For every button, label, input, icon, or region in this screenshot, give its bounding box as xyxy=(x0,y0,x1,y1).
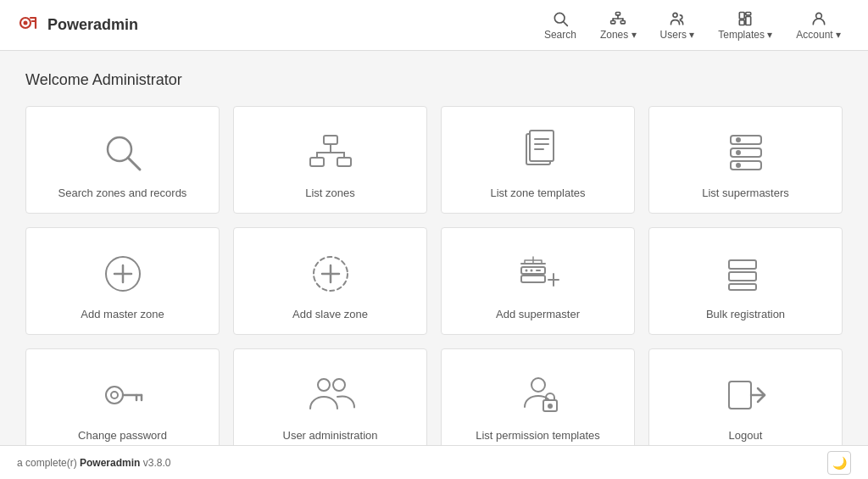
svg-point-16 xyxy=(815,13,821,19)
svg-rect-13 xyxy=(740,19,745,25)
card-list-zones[interactable]: List zones xyxy=(233,106,427,214)
page-title: Welcome Administrator xyxy=(25,71,843,89)
card-change-password[interactable]: Change password xyxy=(25,348,220,456)
nav-menu: Search Zones ▾ Users ▾ xyxy=(534,5,851,46)
svg-line-18 xyxy=(128,158,140,170)
svg-rect-21 xyxy=(337,158,351,166)
svg-point-55 xyxy=(111,392,118,398)
card-list-zone-templates-label: List zone templates xyxy=(490,187,585,199)
card-change-password-icon-wrap xyxy=(97,370,148,421)
card-user-admin-icon-wrap xyxy=(305,370,356,421)
svg-rect-48 xyxy=(521,276,545,282)
brand: Poweradmin xyxy=(17,11,138,40)
nav-zones[interactable]: Zones ▾ xyxy=(590,5,647,46)
card-add-slave-zone-icon-wrap xyxy=(305,248,356,299)
nav-zones-label: Zones ▾ xyxy=(600,29,637,41)
card-user-admin[interactable]: User administration xyxy=(233,348,427,456)
brand-icon xyxy=(17,11,41,40)
card-user-admin-label: User administration xyxy=(283,429,378,442)
card-list-supermasters[interactable]: List supermasters xyxy=(648,106,843,214)
card-search-zones-label: Search zones and records xyxy=(58,187,187,199)
nav-account[interactable]: Account ▾ xyxy=(786,5,851,46)
card-add-slave-zone[interactable]: Add slave zone xyxy=(233,227,427,335)
card-add-master-zone[interactable]: Add master zone xyxy=(25,227,220,335)
nav-users-label: Users ▾ xyxy=(660,29,695,41)
svg-rect-27 xyxy=(530,131,554,161)
card-add-master-zone-label: Add master zone xyxy=(81,308,164,320)
card-list-permission-icon-wrap xyxy=(513,370,564,421)
theme-toggle-button[interactable]: 🌙 xyxy=(827,451,851,475)
card-add-supermaster-label: Add supermaster xyxy=(496,308,580,320)
card-list-zone-templates-icon-wrap xyxy=(513,127,564,178)
card-list-supermasters-label: List supermasters xyxy=(702,187,789,199)
card-add-slave-zone-label: Add slave zone xyxy=(292,308,368,320)
card-list-zone-templates[interactable]: List zone templates xyxy=(441,106,635,214)
nav-templates[interactable]: Templates ▾ xyxy=(708,5,782,46)
footer-version-number: v3.8.0 xyxy=(140,457,170,469)
card-bulk-registration[interactable]: Bulk registration xyxy=(648,227,843,335)
svg-rect-20 xyxy=(310,158,324,166)
card-list-permission-label: List permission templates xyxy=(476,429,600,442)
svg-rect-52 xyxy=(729,272,756,281)
nav-users[interactable]: Users ▾ xyxy=(650,5,705,46)
nav-search-label: Search xyxy=(544,29,576,41)
main-content: Welcome Administrator Search zones and r… xyxy=(0,51,868,476)
svg-rect-19 xyxy=(324,136,337,144)
svg-rect-33 xyxy=(731,161,761,170)
card-logout-label: Logout xyxy=(729,429,763,442)
card-logout[interactable]: Logout xyxy=(648,348,843,456)
brand-name: Poweradmin xyxy=(47,16,138,34)
footer-brand: Poweradmin xyxy=(80,457,140,469)
card-change-password-label: Change password xyxy=(78,429,167,442)
card-list-supermasters-icon-wrap xyxy=(721,127,771,178)
nav-account-label: Account ▾ xyxy=(796,29,841,41)
card-list-permission[interactable]: List permission templates xyxy=(441,348,635,456)
card-search-zones[interactable]: Search zones and records xyxy=(25,106,220,214)
svg-rect-51 xyxy=(729,260,756,269)
svg-line-3 xyxy=(564,21,568,25)
svg-point-35 xyxy=(737,151,740,154)
card-add-supermaster[interactable]: Add supermaster xyxy=(441,227,635,335)
svg-point-63 xyxy=(548,404,552,408)
card-bulk-registration-label: Bulk registration xyxy=(706,308,785,320)
card-logout-icon-wrap xyxy=(721,370,771,421)
svg-rect-53 xyxy=(729,284,756,290)
card-list-zones-label: List zones xyxy=(305,187,355,199)
card-grid: Search zones and records List zones xyxy=(25,106,843,456)
nav-templates-label: Templates ▾ xyxy=(718,29,772,41)
svg-point-60 xyxy=(333,379,345,391)
card-add-supermaster-icon-wrap xyxy=(513,248,564,299)
svg-rect-15 xyxy=(746,16,751,25)
nav-search[interactable]: Search xyxy=(534,5,587,46)
svg-rect-43 xyxy=(521,267,545,274)
card-add-master-zone-icon-wrap xyxy=(97,248,148,299)
svg-point-54 xyxy=(106,387,123,404)
svg-rect-12 xyxy=(740,12,745,19)
card-bulk-registration-icon-wrap xyxy=(721,248,771,299)
svg-rect-64 xyxy=(729,382,751,409)
svg-rect-14 xyxy=(746,12,751,14)
svg-point-1 xyxy=(24,20,28,25)
navbar: Poweradmin Search Zones ▾ xyxy=(0,0,868,51)
footer-text: a complete(r) xyxy=(17,457,80,469)
card-list-zones-icon-wrap xyxy=(305,127,356,178)
svg-point-34 xyxy=(737,138,740,142)
footer: a complete(r) Poweradmin v3.8.0 🌙 xyxy=(0,445,868,479)
svg-point-59 xyxy=(318,379,330,391)
footer-version: a complete(r) Poweradmin v3.8.0 xyxy=(17,457,170,469)
svg-rect-31 xyxy=(731,136,761,144)
svg-rect-32 xyxy=(731,148,761,157)
card-search-zones-icon-wrap xyxy=(97,127,148,178)
svg-point-11 xyxy=(673,13,677,17)
svg-point-61 xyxy=(531,378,545,392)
svg-point-36 xyxy=(737,164,740,167)
